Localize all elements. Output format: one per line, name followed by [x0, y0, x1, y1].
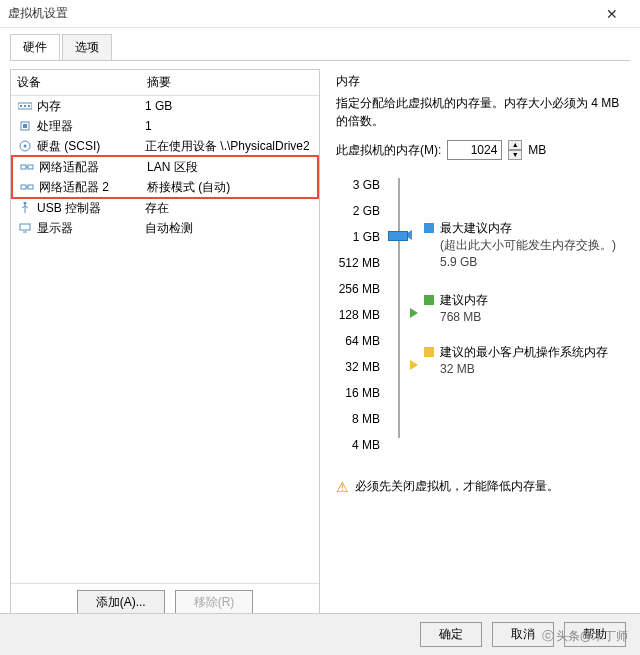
- device-summary: LAN 区段: [147, 159, 311, 176]
- warning-text: 必须先关闭虚拟机，才能降低内存量。: [355, 478, 559, 495]
- tab-bar: 硬件 选项: [0, 28, 640, 60]
- tick-label: 64 MB: [336, 328, 380, 354]
- slider-legend: 最大建议内存 (超出此大小可能发生内存交换。) 5.9 GB 建议内存 768 …: [414, 172, 622, 458]
- legend-rec: 建议内存 768 MB: [424, 292, 622, 326]
- svg-rect-12: [28, 185, 33, 189]
- header-summary: 摘要: [147, 74, 313, 91]
- header-device: 设备: [17, 74, 147, 91]
- legend-rec-title: 建议内存: [440, 292, 488, 309]
- tab-options[interactable]: 选项: [62, 34, 112, 60]
- memory-desc: 指定分配给此虚拟机的内存量。内存大小必须为 4 MB 的倍数。: [336, 94, 622, 130]
- device-list: 内存 1 GB 处理器 1 硬盘 (SCSI) 正在使用设备 \.\Physic…: [11, 96, 319, 583]
- usb-icon: [17, 201, 33, 215]
- legend-swatch-green: [424, 295, 434, 305]
- highlight-box: 网络适配器 LAN 区段 网络适配器 2 桥接模式 (自动): [11, 155, 319, 199]
- spin-down-icon[interactable]: ▼: [508, 150, 522, 160]
- svg-rect-2: [24, 105, 26, 107]
- window-title: 虚拟机设置: [8, 5, 592, 22]
- svg-rect-9: [28, 165, 33, 169]
- device-summary: 正在使用设备 \.\PhysicalDrive2: [145, 138, 313, 155]
- memory-slider[interactable]: [390, 178, 410, 438]
- memory-unit: MB: [528, 143, 546, 157]
- legend-max-sub2: 5.9 GB: [440, 254, 616, 271]
- device-name: 网络适配器 2: [39, 179, 147, 196]
- svg-rect-1: [20, 105, 22, 107]
- tick-label: 1 GB: [336, 224, 380, 250]
- device-row-display[interactable]: 显示器 自动检测: [11, 218, 319, 238]
- network-icon: [19, 180, 35, 194]
- svg-rect-15: [20, 224, 30, 230]
- watermark: ⓒ 头条@木丁师: [542, 628, 628, 645]
- svg-point-7: [24, 145, 27, 148]
- rec-marker-icon: [410, 308, 418, 318]
- tick-label: 8 MB: [336, 406, 380, 432]
- spin-up-icon[interactable]: ▲: [508, 140, 522, 150]
- memory-title: 内存: [336, 73, 622, 90]
- svg-rect-8: [21, 165, 26, 169]
- memory-slider-area: 3 GB 2 GB 1 GB 512 MB 256 MB 128 MB 64 M…: [336, 172, 622, 458]
- legend-max: 最大建议内存 (超出此大小可能发生内存交换。) 5.9 GB: [424, 220, 622, 270]
- tick-label: 512 MB: [336, 250, 380, 276]
- tick-label: 256 MB: [336, 276, 380, 302]
- remove-button: 移除(R): [175, 590, 254, 615]
- device-summary: 存在: [145, 200, 313, 217]
- warning-row: ⚠ 必须先关闭虚拟机，才能降低内存量。: [336, 478, 622, 495]
- svg-rect-11: [21, 185, 26, 189]
- device-row-disk[interactable]: 硬盘 (SCSI) 正在使用设备 \.\PhysicalDrive2: [11, 136, 319, 156]
- memory-icon: [17, 99, 33, 113]
- ok-button[interactable]: 确定: [420, 622, 482, 647]
- tick-label: 32 MB: [336, 354, 380, 380]
- disk-icon: [17, 139, 33, 153]
- device-name: 网络适配器: [39, 159, 147, 176]
- add-button[interactable]: 添加(A)...: [77, 590, 165, 615]
- legend-min-title: 建议的最小客户机操作系统内存: [440, 344, 608, 361]
- device-summary: 桥接模式 (自动): [147, 179, 311, 196]
- svg-rect-3: [28, 105, 30, 107]
- device-name: USB 控制器: [37, 200, 145, 217]
- list-header: 设备 摘要: [11, 70, 319, 96]
- device-name: 内存: [37, 98, 145, 115]
- svg-point-14: [24, 202, 27, 205]
- device-panel: 设备 摘要 内存 1 GB 处理器 1 硬盘 (SCSI) 正在使用设备 \.\…: [10, 69, 320, 622]
- legend-swatch-blue: [424, 223, 434, 233]
- tick-label: 4 MB: [336, 432, 380, 458]
- watermark-icon: ⓒ: [542, 628, 554, 645]
- device-summary: 自动检测: [145, 220, 313, 237]
- device-row-usb[interactable]: USB 控制器 存在: [11, 198, 319, 218]
- content: 设备 摘要 内存 1 GB 处理器 1 硬盘 (SCSI) 正在使用设备 \.\…: [10, 60, 630, 630]
- close-icon[interactable]: ✕: [592, 6, 632, 22]
- tick-label: 16 MB: [336, 380, 380, 406]
- device-row-net2[interactable]: 网络适配器 2 桥接模式 (自动): [13, 177, 317, 197]
- watermark-text: 头条@木丁师: [556, 628, 628, 645]
- legend-swatch-yellow: [424, 347, 434, 357]
- memory-panel: 内存 指定分配给此虚拟机的内存量。内存大小必须为 4 MB 的倍数。 此虚拟机的…: [328, 69, 630, 622]
- device-row-memory[interactable]: 内存 1 GB: [11, 96, 319, 116]
- slider-handle[interactable]: [388, 231, 408, 241]
- memory-label: 此虚拟机的内存(M):: [336, 142, 441, 159]
- legend-max-title: 最大建议内存: [440, 220, 616, 237]
- min-marker-icon: [410, 360, 418, 370]
- memory-input-row: 此虚拟机的内存(M): ▲ ▼ MB: [336, 140, 622, 160]
- slider-ticks: 3 GB 2 GB 1 GB 512 MB 256 MB 128 MB 64 M…: [336, 172, 386, 458]
- tab-hardware[interactable]: 硬件: [10, 34, 60, 60]
- tick-label: 128 MB: [336, 302, 380, 328]
- titlebar: 虚拟机设置 ✕: [0, 0, 640, 28]
- legend-min-sub: 32 MB: [440, 361, 608, 378]
- legend-max-sub1: (超出此大小可能发生内存交换。): [440, 237, 616, 254]
- device-summary: 1: [145, 119, 313, 133]
- device-name: 硬盘 (SCSI): [37, 138, 145, 155]
- memory-input[interactable]: [447, 140, 502, 160]
- footer-bar: 确定 取消 帮助 ⓒ 头条@木丁师: [0, 613, 640, 655]
- memory-spinner[interactable]: ▲ ▼: [508, 140, 522, 160]
- warning-icon: ⚠: [336, 479, 349, 495]
- tick-label: 3 GB: [336, 172, 380, 198]
- device-name: 显示器: [37, 220, 145, 237]
- cpu-icon: [17, 119, 33, 133]
- network-icon: [19, 160, 35, 174]
- device-row-net1[interactable]: 网络适配器 LAN 区段: [13, 157, 317, 177]
- tick-label: 2 GB: [336, 198, 380, 224]
- device-row-cpu[interactable]: 处理器 1: [11, 116, 319, 136]
- legend-min: 建议的最小客户机操作系统内存 32 MB: [424, 344, 622, 378]
- svg-rect-5: [23, 124, 27, 128]
- legend-rec-sub: 768 MB: [440, 309, 488, 326]
